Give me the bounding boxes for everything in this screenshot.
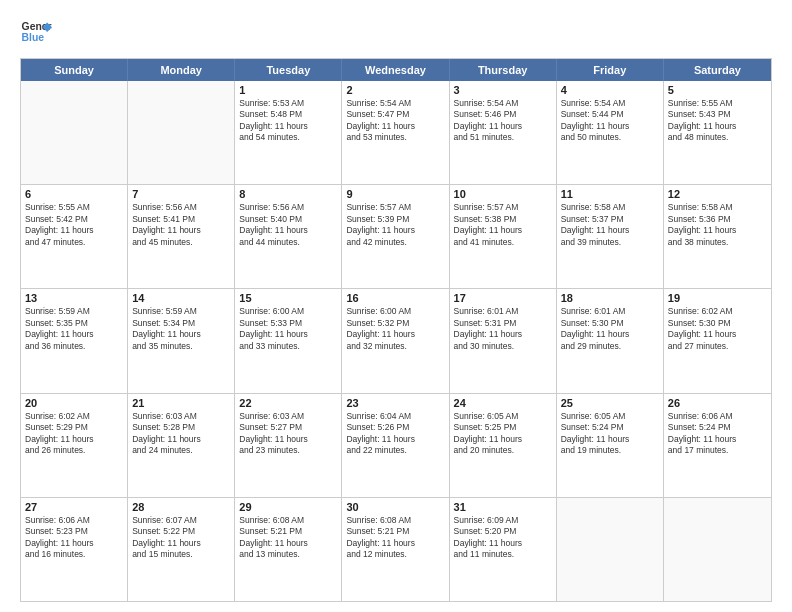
day-info: Sunrise: 6:01 AM Sunset: 5:31 PM Dayligh… xyxy=(454,306,552,352)
calendar-body: 1Sunrise: 5:53 AM Sunset: 5:48 PM Daylig… xyxy=(21,81,771,601)
calendar-week-1: 1Sunrise: 5:53 AM Sunset: 5:48 PM Daylig… xyxy=(21,81,771,184)
day-info: Sunrise: 6:02 AM Sunset: 5:29 PM Dayligh… xyxy=(25,411,123,457)
day-number: 28 xyxy=(132,501,230,513)
day-cell-14: 14Sunrise: 5:59 AM Sunset: 5:34 PM Dayli… xyxy=(128,289,235,392)
day-number: 5 xyxy=(668,84,767,96)
day-number: 10 xyxy=(454,188,552,200)
day-cell-30: 30Sunrise: 6:08 AM Sunset: 5:21 PM Dayli… xyxy=(342,498,449,601)
day-cell-11: 11Sunrise: 5:58 AM Sunset: 5:37 PM Dayli… xyxy=(557,185,664,288)
page: General Blue SundayMondayTuesdayWednesda… xyxy=(0,0,792,612)
day-number: 24 xyxy=(454,397,552,409)
day-info: Sunrise: 5:58 AM Sunset: 5:36 PM Dayligh… xyxy=(668,202,767,248)
day-cell-27: 27Sunrise: 6:06 AM Sunset: 5:23 PM Dayli… xyxy=(21,498,128,601)
calendar-week-5: 27Sunrise: 6:06 AM Sunset: 5:23 PM Dayli… xyxy=(21,497,771,601)
day-info: Sunrise: 5:55 AM Sunset: 5:42 PM Dayligh… xyxy=(25,202,123,248)
day-number: 26 xyxy=(668,397,767,409)
day-info: Sunrise: 5:55 AM Sunset: 5:43 PM Dayligh… xyxy=(668,98,767,144)
day-info: Sunrise: 6:04 AM Sunset: 5:26 PM Dayligh… xyxy=(346,411,444,457)
day-info: Sunrise: 5:54 AM Sunset: 5:47 PM Dayligh… xyxy=(346,98,444,144)
header-day-thursday: Thursday xyxy=(450,59,557,81)
day-cell-1: 1Sunrise: 5:53 AM Sunset: 5:48 PM Daylig… xyxy=(235,81,342,184)
day-cell-17: 17Sunrise: 6:01 AM Sunset: 5:31 PM Dayli… xyxy=(450,289,557,392)
day-cell-29: 29Sunrise: 6:08 AM Sunset: 5:21 PM Dayli… xyxy=(235,498,342,601)
day-info: Sunrise: 6:06 AM Sunset: 5:23 PM Dayligh… xyxy=(25,515,123,561)
day-cell-2: 2Sunrise: 5:54 AM Sunset: 5:47 PM Daylig… xyxy=(342,81,449,184)
day-number: 12 xyxy=(668,188,767,200)
day-cell-25: 25Sunrise: 6:05 AM Sunset: 5:24 PM Dayli… xyxy=(557,394,664,497)
calendar-week-4: 20Sunrise: 6:02 AM Sunset: 5:29 PM Dayli… xyxy=(21,393,771,497)
day-number: 18 xyxy=(561,292,659,304)
day-info: Sunrise: 5:58 AM Sunset: 5:37 PM Dayligh… xyxy=(561,202,659,248)
empty-cell xyxy=(664,498,771,601)
empty-cell xyxy=(557,498,664,601)
logo-icon: General Blue xyxy=(20,16,52,48)
day-cell-8: 8Sunrise: 5:56 AM Sunset: 5:40 PM Daylig… xyxy=(235,185,342,288)
day-number: 16 xyxy=(346,292,444,304)
day-number: 15 xyxy=(239,292,337,304)
header-day-sunday: Sunday xyxy=(21,59,128,81)
empty-cell xyxy=(128,81,235,184)
day-number: 13 xyxy=(25,292,123,304)
day-cell-12: 12Sunrise: 5:58 AM Sunset: 5:36 PM Dayli… xyxy=(664,185,771,288)
header-day-monday: Monday xyxy=(128,59,235,81)
day-info: Sunrise: 6:00 AM Sunset: 5:32 PM Dayligh… xyxy=(346,306,444,352)
day-number: 23 xyxy=(346,397,444,409)
day-info: Sunrise: 6:08 AM Sunset: 5:21 PM Dayligh… xyxy=(346,515,444,561)
day-number: 4 xyxy=(561,84,659,96)
day-info: Sunrise: 5:57 AM Sunset: 5:38 PM Dayligh… xyxy=(454,202,552,248)
day-number: 1 xyxy=(239,84,337,96)
day-info: Sunrise: 5:57 AM Sunset: 5:39 PM Dayligh… xyxy=(346,202,444,248)
day-number: 30 xyxy=(346,501,444,513)
day-number: 21 xyxy=(132,397,230,409)
logo: General Blue xyxy=(20,16,52,48)
day-number: 25 xyxy=(561,397,659,409)
day-cell-20: 20Sunrise: 6:02 AM Sunset: 5:29 PM Dayli… xyxy=(21,394,128,497)
day-info: Sunrise: 6:05 AM Sunset: 5:25 PM Dayligh… xyxy=(454,411,552,457)
day-info: Sunrise: 6:05 AM Sunset: 5:24 PM Dayligh… xyxy=(561,411,659,457)
day-cell-18: 18Sunrise: 6:01 AM Sunset: 5:30 PM Dayli… xyxy=(557,289,664,392)
header-day-saturday: Saturday xyxy=(664,59,771,81)
day-number: 6 xyxy=(25,188,123,200)
day-cell-13: 13Sunrise: 5:59 AM Sunset: 5:35 PM Dayli… xyxy=(21,289,128,392)
header-day-friday: Friday xyxy=(557,59,664,81)
day-info: Sunrise: 6:03 AM Sunset: 5:28 PM Dayligh… xyxy=(132,411,230,457)
day-number: 8 xyxy=(239,188,337,200)
day-cell-15: 15Sunrise: 6:00 AM Sunset: 5:33 PM Dayli… xyxy=(235,289,342,392)
header-day-wednesday: Wednesday xyxy=(342,59,449,81)
header-day-tuesday: Tuesday xyxy=(235,59,342,81)
day-number: 31 xyxy=(454,501,552,513)
day-number: 19 xyxy=(668,292,767,304)
day-cell-24: 24Sunrise: 6:05 AM Sunset: 5:25 PM Dayli… xyxy=(450,394,557,497)
day-cell-28: 28Sunrise: 6:07 AM Sunset: 5:22 PM Dayli… xyxy=(128,498,235,601)
day-info: Sunrise: 6:03 AM Sunset: 5:27 PM Dayligh… xyxy=(239,411,337,457)
day-number: 29 xyxy=(239,501,337,513)
day-number: 14 xyxy=(132,292,230,304)
day-number: 11 xyxy=(561,188,659,200)
day-cell-4: 4Sunrise: 5:54 AM Sunset: 5:44 PM Daylig… xyxy=(557,81,664,184)
day-info: Sunrise: 6:09 AM Sunset: 5:20 PM Dayligh… xyxy=(454,515,552,561)
day-info: Sunrise: 6:08 AM Sunset: 5:21 PM Dayligh… xyxy=(239,515,337,561)
day-cell-7: 7Sunrise: 5:56 AM Sunset: 5:41 PM Daylig… xyxy=(128,185,235,288)
day-number: 9 xyxy=(346,188,444,200)
day-number: 7 xyxy=(132,188,230,200)
day-cell-26: 26Sunrise: 6:06 AM Sunset: 5:24 PM Dayli… xyxy=(664,394,771,497)
day-info: Sunrise: 6:06 AM Sunset: 5:24 PM Dayligh… xyxy=(668,411,767,457)
calendar-week-3: 13Sunrise: 5:59 AM Sunset: 5:35 PM Dayli… xyxy=(21,288,771,392)
empty-cell xyxy=(21,81,128,184)
day-cell-23: 23Sunrise: 6:04 AM Sunset: 5:26 PM Dayli… xyxy=(342,394,449,497)
day-info: Sunrise: 5:54 AM Sunset: 5:44 PM Dayligh… xyxy=(561,98,659,144)
day-number: 3 xyxy=(454,84,552,96)
day-cell-9: 9Sunrise: 5:57 AM Sunset: 5:39 PM Daylig… xyxy=(342,185,449,288)
day-info: Sunrise: 5:59 AM Sunset: 5:34 PM Dayligh… xyxy=(132,306,230,352)
header: General Blue xyxy=(20,16,772,48)
day-info: Sunrise: 6:01 AM Sunset: 5:30 PM Dayligh… xyxy=(561,306,659,352)
day-number: 27 xyxy=(25,501,123,513)
day-info: Sunrise: 5:53 AM Sunset: 5:48 PM Dayligh… xyxy=(239,98,337,144)
day-cell-5: 5Sunrise: 5:55 AM Sunset: 5:43 PM Daylig… xyxy=(664,81,771,184)
day-cell-19: 19Sunrise: 6:02 AM Sunset: 5:30 PM Dayli… xyxy=(664,289,771,392)
day-cell-22: 22Sunrise: 6:03 AM Sunset: 5:27 PM Dayli… xyxy=(235,394,342,497)
day-cell-3: 3Sunrise: 5:54 AM Sunset: 5:46 PM Daylig… xyxy=(450,81,557,184)
day-info: Sunrise: 5:56 AM Sunset: 5:41 PM Dayligh… xyxy=(132,202,230,248)
day-cell-10: 10Sunrise: 5:57 AM Sunset: 5:38 PM Dayli… xyxy=(450,185,557,288)
day-info: Sunrise: 6:02 AM Sunset: 5:30 PM Dayligh… xyxy=(668,306,767,352)
